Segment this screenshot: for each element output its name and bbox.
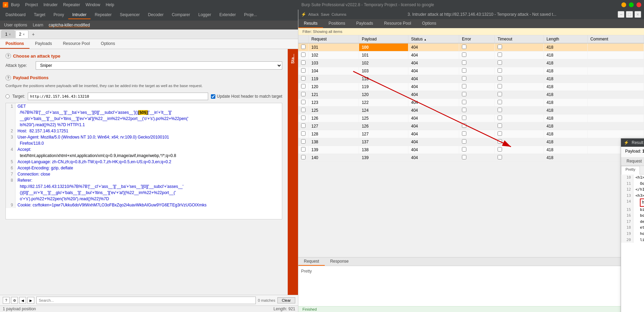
table-row[interactable]: 104103404 418 [298,67,644,75]
attack-tabs: Results Positions Payloads Resource Pool… [298,19,644,28]
attack-close[interactable]: × [634,11,641,18]
col-payload[interactable]: Payload [359,35,408,43]
tab-add[interactable]: + [29,31,37,38]
table-row[interactable]: 126125404 418 [298,115,644,122]
table-row[interactable]: 102 101 404 418 [298,51,644,59]
row-checkbox[interactable] [301,60,306,65]
nav-dashboard[interactable]: Dashboard [1,11,30,19]
col-length[interactable]: Length [544,35,587,43]
table-row[interactable]: 120119404 418 [298,83,644,91]
col-request[interactable]: Request [309,35,359,43]
table-row[interactable]: 138137404 418 [298,138,644,146]
attack-type-select[interactable]: Sniper [36,61,282,70]
table-row[interactable]: 139138404 418 [298,146,644,154]
tab-2[interactable]: 2 × [15,30,29,38]
attack-menu-attack[interactable]: Attack [308,12,319,16]
attack-minimize[interactable]: − [618,11,624,18]
search-clear-button[interactable]: Clear [277,297,295,303]
code-line-1: 1 GET [6,103,282,109]
table-row[interactable]: 128127404 418 [298,130,644,138]
nav-sequencer[interactable]: Sequencer [116,11,144,19]
row-checkbox[interactable] [301,45,306,49]
panel-tab-positions[interactable]: Positions [0,39,29,49]
tab-2-close[interactable]: × [23,33,25,36]
start-attack-button[interactable]: Sta... [288,52,298,66]
req-tab-response[interactable]: Response [325,257,354,266]
sub-nav-learn[interactable]: Learn [30,22,46,28]
sub-nav-user-options[interactable]: User options [1,22,30,28]
table-row[interactable]: 103102404 418 [298,59,644,67]
menu-window[interactable]: Window [85,2,100,7]
menu-bar[interactable]: Burp Project Intruder Repeater Window He… [11,2,114,7]
table-row[interactable]: 101 100 404 418 [298,43,644,51]
error-checkbox[interactable] [462,52,466,57]
col-comment[interactable]: Comment [587,35,644,43]
menu-intruder[interactable]: Intruder [44,2,58,7]
search-prev-icon[interactable]: ◀ [19,297,26,304]
search-input[interactable] [36,297,256,304]
nav-proxy[interactable]: Proxy [49,11,68,19]
window-controls[interactable] [621,2,641,7]
nav-project[interactable]: Proje... [240,11,261,19]
attack-tab-options[interactable]: Options [417,19,442,28]
attack-tab-payloads[interactable]: Payloads [351,19,379,28]
close-button[interactable] [636,2,641,7]
attack-tab-resource-pool[interactable]: Resource Pool [379,19,417,28]
sub-nav-plugin[interactable]: captcha-killer-modified [46,22,93,28]
table-row[interactable]: 140139404 418 [298,154,644,162]
target-radio[interactable] [5,94,10,98]
sub-tab-request[interactable]: Request [621,157,644,166]
col-status[interactable]: Status ▲ [408,35,459,43]
search-settings-icon[interactable]: ⚙ [11,297,18,304]
row-checkbox[interactable] [301,52,306,57]
inner-tab-raw[interactable]: Raw [640,166,644,174]
sub-window: ⚡ Result 101 | Intruder attack − □ × Pay… [621,138,644,312]
nav-logger[interactable]: Logger [194,11,215,19]
nav-comparer[interactable]: Comparer [168,11,194,19]
search-next-icon[interactable]: ▶ [27,297,34,304]
attack-menu-columns[interactable]: Columns [332,12,346,16]
nav-repeater[interactable]: Repeater [91,11,116,19]
minimize-button[interactable] [621,2,626,7]
menu-repeater[interactable]: Repeater [63,2,80,7]
table-row[interactable]: 119118404 418 [298,75,644,83]
target-input[interactable] [28,93,208,100]
req-tab-request[interactable]: Request [298,257,325,266]
timeout-checkbox[interactable] [498,52,502,57]
error-checkbox[interactable] [462,45,466,49]
attack-menu-save[interactable]: Save [321,12,330,16]
panel-tab-payloads[interactable]: Payloads [29,39,57,49]
attack-tab-positions[interactable]: Positions [323,19,351,28]
payload-positions-info-icon[interactable]: ? [5,75,11,81]
menu-burp[interactable]: Burp [11,2,20,7]
tab-1[interactable]: 1 × [1,30,15,38]
attack-type-info-icon[interactable]: ? [5,53,11,59]
nav-target[interactable]: Target [30,11,49,19]
nav-intruder[interactable]: Intruder [68,11,91,19]
search-help-icon[interactable]: ? [3,297,10,304]
checkbox-update-host[interactable]: Update Host header to match target [211,94,282,99]
table-row[interactable]: 123122404 418 [298,99,644,107]
code-line-8: 4 Accept: [6,146,282,153]
menu-help[interactable]: Help [106,2,114,7]
col-timeout[interactable]: Timeout [495,35,544,43]
table-row[interactable]: 125124404 418 [298,107,644,115]
table-row[interactable]: 121120404 418 [298,91,644,99]
nav-extender[interactable]: Extender [215,11,240,19]
filter-bar[interactable]: Filter: Showing all items [298,28,644,35]
menu-project[interactable]: Project [25,2,38,7]
update-host-checkbox[interactable] [211,94,215,99]
maximize-button[interactable] [629,2,634,7]
tab-1-close[interactable]: × [9,33,11,36]
table-row[interactable]: 127126404 418 [298,122,644,130]
inner-tab-pretty[interactable]: Pretty [621,166,640,175]
nav-decoder[interactable]: Decoder [144,11,168,19]
panel-tab-resource-pool[interactable]: Resource Pool [57,39,95,49]
attack-tab-results[interactable]: Results [298,19,323,28]
app-icon: ⚡ [3,2,8,8]
attack-maximize[interactable]: □ [626,11,633,18]
col-error[interactable]: Error [459,35,495,43]
sub-code-line-17: 17 dev [621,219,644,225]
panel-tab-options[interactable]: Options [95,39,120,49]
timeout-checkbox[interactable] [498,45,502,49]
